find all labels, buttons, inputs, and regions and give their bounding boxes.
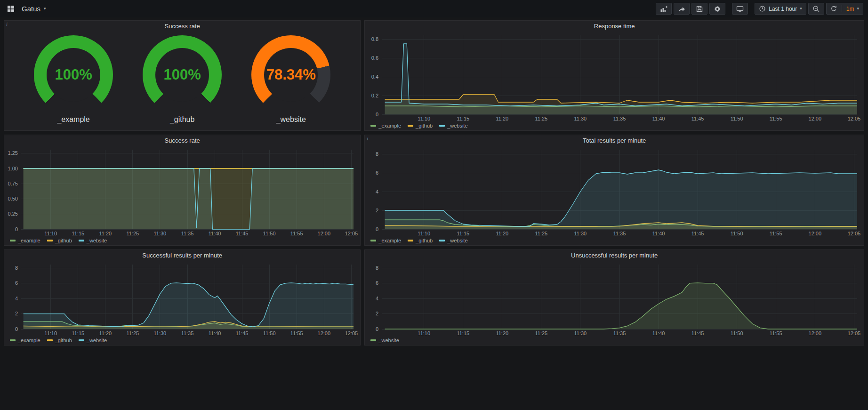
x-axis-label: 11:40 [209, 231, 221, 236]
refresh-icon [830, 5, 837, 12]
gauge-label: _example [34, 115, 113, 124]
save-floppy-icon [696, 5, 703, 13]
x-axis-label: 11:10 [418, 231, 431, 236]
y-axis-label: 8 [15, 265, 18, 271]
legend-item-_website[interactable]: _website [439, 123, 467, 129]
legend-label: _website [447, 123, 467, 129]
x-axis-label: 11:45 [691, 330, 704, 336]
clock-icon [759, 5, 766, 12]
x-axis-label: 11:30 [154, 330, 167, 336]
dashboard-title-dropdown[interactable]: Gatus ▾ [22, 5, 46, 13]
x-axis-label: 11:30 [574, 330, 587, 336]
legend-swatch [10, 339, 16, 341]
legend-item-_github[interactable]: _github [47, 338, 72, 343]
panel-title[interactable]: Success rate [4, 135, 360, 146]
panel-success-rate-gauges: i Success rate 100%_example100%_github78… [4, 20, 361, 131]
successful-results-chart[interactable]: 0246811:1011:1511:2011:2511:3011:3511:40… [4, 261, 360, 337]
panel-title[interactable]: Successful results per minute [4, 250, 360, 261]
legend-item-_example[interactable]: _example [370, 238, 401, 243]
x-axis-label: 11:40 [652, 116, 665, 121]
legend-swatch [370, 240, 376, 241]
x-axis-label: 11:45 [691, 231, 704, 236]
legend-label: _github [416, 238, 433, 243]
unsuccessful-results-chart[interactable]: 0246811:1011:1511:2011:2511:3011:3511:40… [365, 261, 864, 337]
gauge-label: _github [143, 115, 222, 124]
legend: _example_github_website [4, 237, 360, 245]
panel-response-time: Response time 00.20.40.60.811:1011:1511:… [364, 20, 864, 131]
chart-canvas: 00.20.40.60.811:1011:1511:2011:2511:3011… [365, 32, 864, 122]
gauge-value: 100% [164, 66, 201, 83]
add-panel-button[interactable] [656, 3, 672, 15]
legend-item-_example[interactable]: _example [10, 238, 40, 243]
panel-info-icon[interactable]: i [6, 21, 8, 27]
share-arrow-icon [678, 5, 685, 13]
legend-item-_website[interactable]: _website [370, 338, 399, 343]
share-button[interactable] [674, 3, 690, 15]
y-axis-label: 0 [376, 226, 378, 232]
panel-title[interactable]: Unsuccessful results per minute [365, 250, 864, 261]
y-axis-label: 0.2 [371, 93, 378, 98]
dashboards-grid-icon[interactable] [5, 3, 17, 15]
legend-item-_github[interactable]: _github [408, 123, 433, 129]
legend: _website [365, 337, 864, 345]
divider [842, 5, 842, 12]
legend-swatch [370, 339, 376, 341]
legend-item-_website[interactable]: _website [79, 338, 107, 343]
save-button[interactable] [691, 3, 707, 15]
y-axis-label: 0 [376, 112, 378, 117]
legend-swatch [370, 125, 376, 127]
legend-item-_website[interactable]: _website [79, 238, 107, 243]
legend: _example_github_website [365, 122, 864, 130]
legend-item-_github[interactable]: _github [408, 238, 433, 243]
series-area-_website [385, 170, 857, 229]
panel-title[interactable]: Total results per minute [365, 135, 864, 146]
panel-title[interactable]: Response time [365, 21, 864, 32]
y-axis-label: 1.25 [8, 150, 18, 156]
panel-title[interactable]: Success rate [4, 21, 360, 32]
legend-label: _example [378, 238, 401, 243]
total-results-chart[interactable]: 0246811:1011:1511:2011:2511:3011:3511:40… [365, 146, 864, 237]
x-axis-label: 11:50 [731, 330, 743, 336]
panel-info-icon[interactable]: i [367, 136, 368, 141]
y-axis-label: 6 [376, 280, 378, 286]
time-range-label: Last 1 hour [769, 6, 797, 12]
x-axis-label: 12:05 [848, 116, 861, 121]
gauge-value: 78.34% [266, 66, 316, 83]
y-axis-label: 4 [376, 189, 378, 194]
x-axis-label: 11:45 [691, 116, 704, 121]
y-axis-label: 6 [376, 170, 378, 176]
x-axis-label: 11:10 [44, 330, 57, 336]
x-axis-label: 11:20 [496, 231, 509, 236]
x-axis-label: 12:00 [318, 231, 331, 236]
x-axis-label: 11:10 [418, 330, 431, 336]
legend-swatch [408, 240, 413, 241]
chart-canvas: 0246811:1011:1511:2011:2511:3011:3511:40… [4, 261, 360, 337]
legend-item-_github[interactable]: _github [47, 238, 72, 243]
legend-item-_example[interactable]: _example [10, 338, 40, 343]
gauge-_github: 100%_github [143, 35, 222, 124]
x-axis-label: 11:55 [770, 116, 782, 121]
cycle-view-button[interactable] [732, 3, 748, 15]
settings-button[interactable] [709, 3, 725, 15]
legend-item-_example[interactable]: _example [370, 123, 401, 129]
legend-label: _example [378, 123, 401, 129]
legend-item-_website[interactable]: _website [439, 238, 467, 243]
time-range-picker[interactable]: Last 1 hour ▾ [755, 3, 806, 15]
x-axis-label: 11:10 [418, 116, 431, 121]
response-time-chart[interactable]: 00.20.40.60.811:1011:1511:2011:2511:3011… [365, 32, 864, 122]
x-axis-label: 11:55 [290, 231, 303, 236]
y-axis-label: 0.50 [8, 196, 18, 201]
legend-swatch [439, 240, 445, 241]
success-rate-chart[interactable]: 00.250.500.751.001.2511:1011:1511:2011:2… [4, 146, 360, 237]
gauge-arc: 100% [34, 35, 113, 114]
gauge-arc: 78.34% [251, 35, 330, 114]
legend: _example_github_website [365, 237, 864, 245]
y-axis-label: 0.6 [371, 55, 378, 61]
gauge-label: _website [251, 115, 330, 124]
navbar-right: Last 1 hour ▾ 1m ▾ [656, 3, 863, 15]
zoom-out-button[interactable] [808, 3, 824, 15]
x-axis-label: 11:15 [72, 231, 84, 236]
y-axis-label: 0.25 [8, 211, 18, 217]
x-axis-label: 11:35 [181, 330, 194, 336]
refresh-control[interactable]: 1m ▾ [826, 3, 863, 15]
